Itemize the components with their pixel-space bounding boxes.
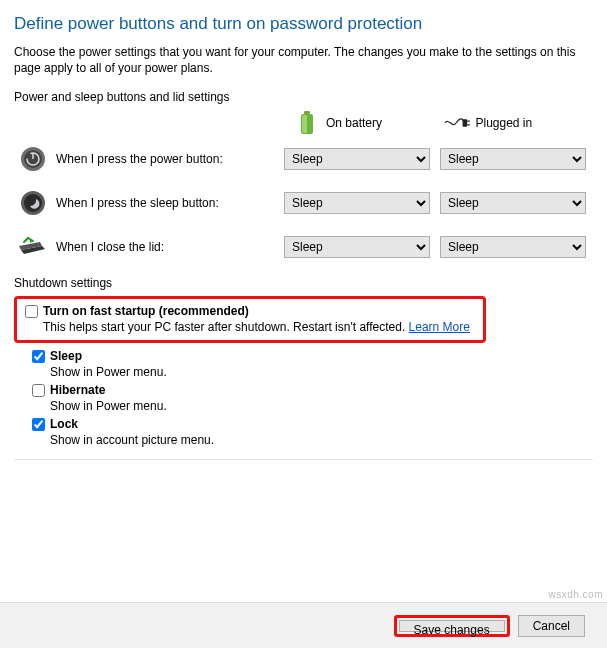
sleep-button-icon [18, 188, 48, 218]
header-plugged-in-label: Plugged in [476, 116, 533, 130]
sub-sleep: Show in Power menu. [50, 365, 593, 379]
plug-icon [444, 110, 470, 136]
svg-rect-0 [304, 111, 310, 114]
watermark: wsxdh.com [548, 589, 603, 600]
row-close-lid-label: When I close the lid: [56, 240, 284, 254]
section-shutdown-label: Shutdown settings [14, 276, 593, 290]
header-plugged-in: Plugged in [444, 110, 594, 136]
lid-plugged-select[interactable]: Sleep [440, 236, 586, 258]
checkbox-sleep[interactable] [32, 350, 45, 363]
sleep-button-battery-select[interactable]: Sleep [284, 192, 430, 214]
item-hibernate: Hibernate Show in Power menu. [32, 383, 593, 413]
sub-lock: Show in account picture menu. [50, 433, 593, 447]
lid-battery-select[interactable]: Sleep [284, 236, 430, 258]
row-power-button: When I press the power button: Sleep Sle… [14, 144, 593, 174]
header-on-battery-label: On battery [326, 116, 382, 130]
battery-icon [294, 110, 320, 136]
save-button[interactable]: Save changes [399, 620, 505, 632]
label-sleep: Sleep [50, 349, 82, 363]
footer: Save changes Cancel [0, 602, 607, 648]
highlight-save-button: Save changes [394, 615, 510, 637]
label-fast-startup: Turn on fast startup (recommended) [43, 304, 249, 318]
page-title: Define power buttons and turn on passwor… [14, 14, 593, 34]
sub-hibernate: Show in Power menu. [50, 399, 593, 413]
power-button-battery-select[interactable]: Sleep [284, 148, 430, 170]
power-button-icon [18, 144, 48, 174]
row-sleep-button: When I press the sleep button: Sleep Sle… [14, 188, 593, 218]
header-on-battery: On battery [294, 110, 444, 136]
label-hibernate: Hibernate [50, 383, 105, 397]
separator [14, 459, 593, 460]
lid-icon [18, 232, 48, 262]
row-sleep-button-label: When I press the sleep button: [56, 196, 284, 210]
item-sleep: Sleep Show in Power menu. [32, 349, 593, 379]
power-button-plugged-select[interactable]: Sleep [440, 148, 586, 170]
page-description: Choose the power settings that you want … [14, 44, 593, 76]
cancel-button[interactable]: Cancel [518, 615, 585, 637]
checkbox-fast-startup[interactable] [25, 305, 38, 318]
svg-rect-3 [462, 120, 467, 127]
column-headers: On battery Plugged in [14, 110, 593, 136]
highlight-fast-startup: Turn on fast startup (recommended) This … [14, 296, 486, 343]
link-learn-more[interactable]: Learn More [409, 320, 470, 334]
sub-fast-startup: This helps start your PC faster after sh… [43, 320, 475, 334]
checkbox-lock[interactable] [32, 418, 45, 431]
row-close-lid: When I close the lid: Sleep Sleep [14, 232, 593, 262]
row-power-button-label: When I press the power button: [56, 152, 284, 166]
section-power-sleep-label: Power and sleep buttons and lid settings [14, 90, 593, 104]
label-lock: Lock [50, 417, 78, 431]
sleep-button-plugged-select[interactable]: Sleep [440, 192, 586, 214]
svg-rect-2 [302, 115, 307, 133]
item-lock: Lock Show in account picture menu. [32, 417, 593, 447]
checkbox-hibernate[interactable] [32, 384, 45, 397]
